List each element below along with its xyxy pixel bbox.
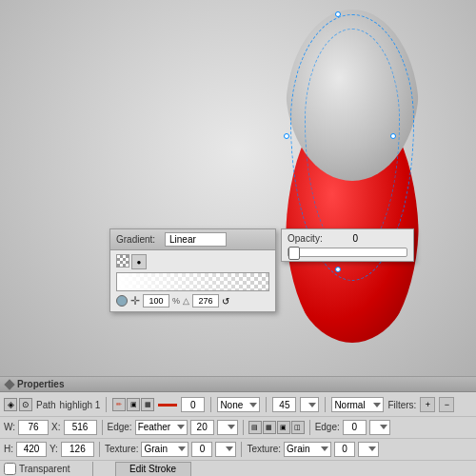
- edge-unit-select[interactable]: [217, 420, 238, 435]
- texture2-type-select[interactable]: Grain: [284, 442, 331, 457]
- separator2: [210, 397, 211, 412]
- gradient-panel: Gradient: Linear ● ✛ % △ ↺: [109, 228, 276, 312]
- gradient-controls-row: ✛ % △ ↺: [116, 294, 269, 307]
- edge-value-input[interactable]: [190, 420, 214, 435]
- opacity-slider-thumb[interactable]: [288, 247, 300, 260]
- y-label: Y:: [50, 444, 58, 454]
- anchor-right: [390, 133, 396, 139]
- sep-row3-2: [241, 442, 242, 457]
- w-value-input[interactable]: [18, 420, 49, 435]
- gradient-bar-inner: [117, 273, 268, 290]
- edge2-label: Edge:: [315, 422, 340, 432]
- opacity-label: Opacity:: [288, 233, 330, 244]
- path-icons: ◈ ⊙: [4, 398, 32, 411]
- gradient-label: Gradient:: [116, 234, 159, 245]
- texture-unit-select[interactable]: [215, 442, 236, 457]
- toolbar-row2: W: X: Edge: Feather ▤ ▦ ▣ ◫ Edge:: [0, 416, 476, 437]
- gradient-bar[interactable]: [116, 272, 269, 291]
- filters-minus-btn[interactable]: −: [439, 397, 454, 412]
- texture-label: Texture:: [105, 444, 139, 454]
- gradient-circle-icon[interactable]: ●: [131, 254, 147, 269]
- gradient-icons: ●: [116, 254, 269, 269]
- separator3: [266, 397, 267, 412]
- stroke-icons2: ▤ ▦ ▣ ◫: [248, 421, 305, 434]
- stroke-icons: ✏ ▣ ▦: [112, 398, 154, 411]
- properties-label: Properties: [0, 377, 476, 392]
- texture2-value-input[interactable]: [334, 442, 355, 457]
- texture-value-input[interactable]: [191, 442, 212, 457]
- normal-select[interactable]: Normal: [331, 397, 384, 412]
- edge2-unit-select[interactable]: [369, 420, 390, 435]
- toolbar-row4: Transparent Edit Stroke: [0, 460, 476, 476]
- highlight-label: highligh 1: [60, 400, 101, 410]
- x-value-input[interactable]: [64, 420, 97, 435]
- stroke-icon-b[interactable]: ▦: [263, 421, 276, 434]
- gradient-panel-body: ● ✛ % △ ↺: [110, 250, 275, 311]
- sep-row3-1: [99, 442, 100, 457]
- edit-stroke-btn[interactable]: Edit Stroke: [115, 462, 191, 477]
- y-value-input[interactable]: [61, 442, 94, 457]
- separator1: [106, 397, 107, 412]
- anchor-top: [335, 11, 341, 17]
- stroke-icon-a[interactable]: ▤: [248, 421, 262, 434]
- shape-container: [276, 10, 428, 343]
- move-icon: ✛: [130, 294, 140, 307]
- h-label: H:: [4, 444, 13, 454]
- edge-label: Edge:: [108, 422, 132, 432]
- h-value-input[interactable]: [16, 442, 47, 457]
- stroke-value-input[interactable]: [181, 397, 205, 412]
- edge2-value-input[interactable]: [343, 420, 367, 435]
- percent-unit: %: [172, 296, 180, 306]
- none-select[interactable]: None: [217, 397, 260, 412]
- filters-plus-btn[interactable]: +: [420, 397, 435, 412]
- red-stroke-line: [158, 404, 177, 407]
- texture-type-select[interactable]: Grain: [141, 442, 188, 457]
- texture2-label: Texture:: [247, 444, 281, 454]
- filters-label: Filters:: [387, 400, 416, 410]
- anchor-bottom: [335, 267, 341, 272]
- move-value-input[interactable]: [143, 294, 169, 307]
- edge-type-select[interactable]: Feather: [135, 420, 188, 435]
- stroke-icon-d[interactable]: ◫: [291, 421, 305, 434]
- w-label: W:: [4, 422, 15, 432]
- angle-value-input[interactable]: [192, 294, 219, 307]
- checkerboard-icon[interactable]: [116, 254, 129, 268]
- properties-title: Properties: [17, 379, 64, 389]
- toolbar-row3: H: Y: Texture: Grain Texture: Grain: [0, 438, 476, 459]
- sep-row2-3: [309, 420, 310, 435]
- transparent-checkbox[interactable]: [4, 463, 16, 475]
- path-type-label: Path: [36, 400, 56, 410]
- texture2-unit-select[interactable]: [358, 442, 379, 457]
- bottom-toolbar: Properties ◈ ⊙ Path highligh 1 ✏ ▣ ▦ Non…: [0, 376, 476, 476]
- sep-row4: [92, 462, 93, 477]
- diamond-icon: [4, 379, 14, 389]
- opacity-slider-track[interactable]: [288, 248, 407, 257]
- angle-icon: △: [183, 296, 189, 306]
- stroke-icon-c[interactable]: ▣: [277, 421, 290, 434]
- sep-row2-1: [102, 420, 103, 435]
- filter-unit-select[interactable]: [300, 397, 319, 412]
- opacity-row: Opacity: 0: [288, 233, 407, 244]
- opacity-value: 0: [334, 233, 358, 244]
- gradient-panel-header: Gradient: Linear: [110, 229, 275, 250]
- gradient-type[interactable]: Linear: [165, 232, 227, 247]
- path-mode-icon[interactable]: ◈: [4, 398, 17, 411]
- x-label: X:: [51, 422, 60, 432]
- canvas-area: Gradient: Linear ● ✛ % △ ↺ Opac: [0, 0, 476, 376]
- stroke-fill-icon[interactable]: ▦: [141, 398, 154, 411]
- stroke-brush-icon[interactable]: ▣: [127, 398, 140, 411]
- refresh-icon[interactable]: ↺: [222, 296, 229, 307]
- circle-fill-icon[interactable]: [116, 295, 128, 307]
- path-join-icon[interactable]: ⊙: [19, 398, 32, 411]
- anchor-left: [284, 133, 289, 139]
- opacity-panel: Opacity: 0: [281, 228, 414, 262]
- sep-row2-2: [243, 420, 244, 435]
- transparent-label: Transparent: [19, 464, 70, 474]
- toolbar-row1: ◈ ⊙ Path highligh 1 ✏ ▣ ▦ None Normal Fi…: [0, 394, 476, 415]
- stroke-pencil-icon[interactable]: ✏: [112, 398, 126, 411]
- separator4: [325, 397, 326, 412]
- filter-value-input[interactable]: [272, 397, 296, 412]
